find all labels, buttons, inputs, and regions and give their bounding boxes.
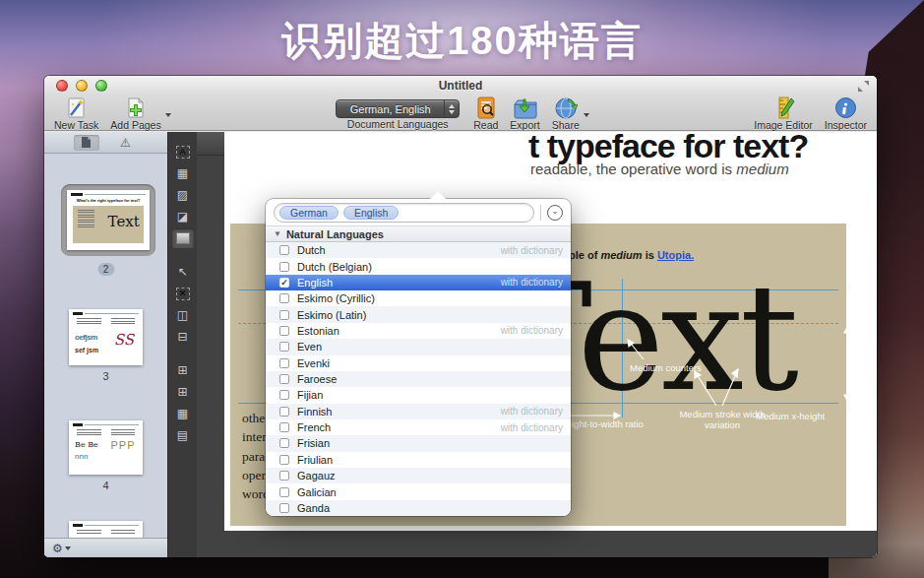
language-list: Dutch with dictionary Dutch (Belgian) En… (266, 242, 571, 516)
region-toolstrip: A ▦ ▨ ◪ ↖ ✕ ◫ ⊟ ⊞ ⊞ ▦ ▤ (167, 132, 197, 557)
language-checkbox[interactable] (279, 262, 289, 272)
language-token-field[interactable]: GermanEnglish (274, 203, 534, 223)
tab-pages[interactable] (74, 135, 99, 151)
language-checkbox[interactable] (279, 390, 289, 400)
language-checkbox[interactable] (279, 407, 289, 417)
language-checkbox[interactable] (279, 342, 289, 352)
language-row[interactable]: Frisian (266, 435, 571, 451)
language-checkbox[interactable] (279, 471, 289, 481)
language-dictionary-note: with dictionary (501, 406, 563, 417)
tab-warnings[interactable]: ⚠ (113, 135, 139, 151)
merge-regions-tool-icon[interactable]: ◫ (172, 305, 194, 325)
fullscreen-icon[interactable] (857, 80, 870, 93)
window-title: Untitled (44, 79, 877, 93)
language-label: Frisian (297, 437, 563, 449)
language-checkbox[interactable] (279, 487, 289, 497)
add-page-icon (124, 96, 148, 119)
language-row[interactable]: Ganda (266, 500, 571, 516)
language-row[interactable]: Eskimo (Cyrillic) (266, 290, 571, 306)
language-row[interactable]: Gagauz (266, 468, 571, 483)
select-cursor-tool-icon[interactable]: ↖ (172, 262, 194, 282)
inspector-button[interactable]: Inspector (825, 96, 867, 131)
language-row[interactable]: Fijian (266, 387, 571, 403)
language-checkbox[interactable] (279, 310, 289, 320)
language-row[interactable]: Even (266, 339, 571, 354)
language-checkbox[interactable] (279, 374, 289, 384)
language-checkbox[interactable] (279, 278, 289, 288)
titlebar[interactable]: Untitled (44, 76, 877, 96)
export-folder-icon (513, 96, 538, 119)
language-checkbox[interactable] (279, 455, 289, 465)
language-row[interactable]: Estonian with dictionary (266, 323, 571, 339)
image-region-tool-icon[interactable]: ▨ (172, 185, 194, 205)
language-checkbox[interactable] (279, 503, 289, 513)
language-checkbox[interactable] (279, 326, 289, 336)
text-region-tool-icon[interactable]: A (172, 142, 194, 161)
add-table-row-tool-icon[interactable]: ⊞ (172, 360, 194, 380)
language-label: Fijian (297, 389, 563, 401)
language-row[interactable]: Galician (266, 483, 571, 499)
language-row[interactable]: Friulian (266, 452, 571, 468)
language-token[interactable]: English (343, 206, 399, 220)
share-caret-icon[interactable] (584, 113, 589, 117)
language-checkbox[interactable] (279, 358, 289, 368)
table-layout-tool-icon[interactable]: ▦ (172, 404, 194, 423)
language-row[interactable]: Dutch with dictionary (266, 242, 571, 258)
thumbnail-list: What's the right typeface for text? Text… (44, 155, 167, 538)
warning-icon: ⚠ (120, 137, 131, 149)
table-cells-tool-icon[interactable]: ▤ (172, 425, 194, 445)
page-number: 4 (44, 480, 167, 491)
arrange-regions-tool-icon[interactable]: ⊟ (172, 327, 194, 347)
language-dictionary-note: with dictionary (501, 277, 563, 288)
language-checkbox[interactable] (279, 245, 289, 255)
language-label: Dutch (Belgian) (297, 261, 563, 273)
thumbnail-page-5[interactable]: dbqp abg (69, 521, 143, 538)
window-chrome: Untitled New Task Add Pages (44, 76, 877, 131)
language-checkbox[interactable] (279, 293, 289, 303)
language-label: Faroese (297, 373, 563, 385)
add-table-column-tool-icon[interactable]: ⊞ (172, 382, 194, 402)
delete-region-tool-icon[interactable]: ✕ (172, 284, 194, 303)
language-row[interactable]: French with dictionary (266, 419, 571, 435)
language-token[interactable]: German (279, 206, 339, 220)
text-background-region-tool-icon[interactable]: ◪ (172, 207, 194, 226)
language-row[interactable]: Faroese (266, 371, 571, 387)
new-task-button[interactable]: New Task (54, 96, 98, 131)
read-ocr-icon (474, 96, 498, 119)
plain-region-tool-icon[interactable] (172, 228, 194, 248)
language-dictionary-note: with dictionary (501, 245, 563, 256)
magic-wand-icon (65, 96, 89, 119)
language-token-row: GermanEnglish ⌄ (266, 199, 571, 225)
image-editor-button[interactable]: Image Editor (754, 96, 813, 131)
read-button[interactable]: Read (473, 96, 498, 131)
page-number-badge: 2 (97, 263, 114, 276)
disclosure-triangle-icon[interactable]: ▼ (274, 229, 281, 238)
language-label: Galician (297, 486, 563, 498)
add-pages-button[interactable]: Add Pages (110, 96, 160, 131)
language-row[interactable]: Evenki (266, 355, 571, 371)
language-label: Friulian (297, 454, 563, 466)
add-pages-caret-icon[interactable] (165, 113, 171, 117)
annotation-counters: Medium counters (630, 362, 702, 373)
annotation-x-height: Medium x-height (756, 411, 825, 421)
recent-languages-button[interactable]: ⌄ (547, 205, 563, 221)
language-row[interactable]: English with dictionary (266, 275, 571, 290)
gear-caret-icon[interactable] (65, 546, 71, 550)
language-row[interactable]: Finnish with dictionary (266, 404, 571, 419)
language-checkbox[interactable] (279, 422, 289, 432)
language-row[interactable]: Eskimo (Latin) (266, 306, 571, 322)
language-row[interactable]: Dutch (Belgian) (266, 258, 571, 274)
gear-icon[interactable]: ⚙ (52, 543, 63, 554)
language-label: Dutch (297, 244, 501, 256)
thumbnail-page-3[interactable]: oefjsm sef jsm SS (69, 309, 143, 365)
app-window: Untitled New Task Add Pages (44, 76, 877, 557)
language-label: Eskimo (Latin) (297, 309, 563, 321)
share-button[interactable]: Share (552, 96, 580, 131)
thumbnail-page-4[interactable]: Be Be PPP nnn (69, 420, 143, 475)
document-languages-dropdown[interactable]: German, English (336, 99, 460, 118)
language-group-header[interactable]: ▼ Natural Languages (266, 225, 571, 242)
table-region-tool-icon[interactable]: ▦ (172, 163, 194, 183)
language-checkbox[interactable] (279, 438, 289, 448)
thumbnail-page-2-selected[interactable]: What's the right typeface for text? Text (61, 184, 155, 256)
export-button[interactable]: Export (510, 96, 539, 131)
